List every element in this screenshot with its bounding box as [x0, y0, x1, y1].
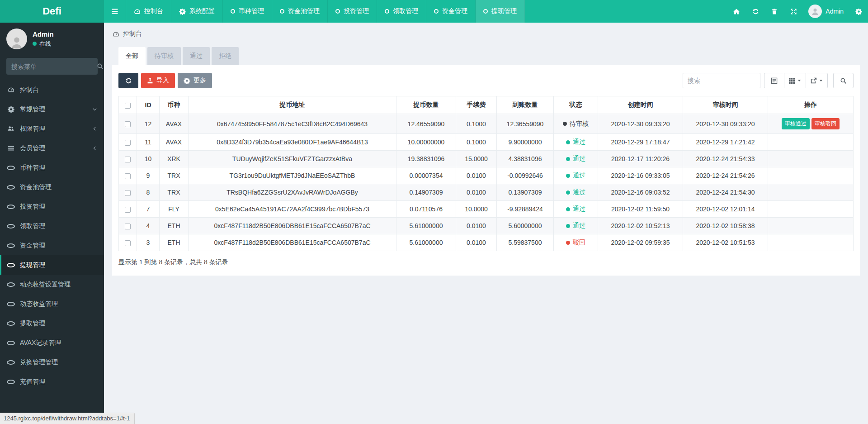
- sidebar-item-invest[interactable]: 投资管理: [0, 197, 104, 216]
- approve-button[interactable]: 审核通过: [782, 118, 810, 129]
- nav-item-invest[interactable]: 投资管理: [328, 0, 377, 23]
- row-coin: AVAX: [160, 134, 189, 151]
- user-avatar: [6, 29, 27, 49]
- search-icon[interactable]: [97, 63, 104, 70]
- refresh-table-button[interactable]: [118, 73, 138, 88]
- nav-item-pool[interactable]: 资金池管理: [272, 0, 328, 23]
- import-button[interactable]: 导入: [141, 73, 175, 88]
- sidebar-item-avax-record[interactable]: AVAX记录管理: [0, 333, 104, 353]
- sidebar-item-recharge[interactable]: 充值管理: [0, 372, 104, 391]
- column-header[interactable]: 状态: [554, 96, 598, 114]
- column-header[interactable]: 审核时间: [683, 96, 768, 114]
- status-badge[interactable]: 通过: [566, 172, 585, 180]
- trash-icon: [771, 8, 778, 15]
- sidebar: Admin 在线 控制台常规管理权限管理会员管理币种管理资金池管理投资管理领取管…: [0, 23, 104, 424]
- row-checkbox[interactable]: [125, 190, 131, 196]
- tab-rejected[interactable]: 拒绝: [212, 47, 239, 65]
- sidebar-item-auth[interactable]: 权限管理: [0, 119, 104, 138]
- nav-item-coin[interactable]: 币种管理: [223, 0, 272, 23]
- status-badge[interactable]: 通过: [566, 205, 585, 213]
- sidebar-item-withdraw[interactable]: 提现管理: [0, 255, 104, 275]
- sidebar-item-member[interactable]: 会员管理: [0, 138, 104, 158]
- sidebar-item-exchange[interactable]: 兑换管理管理: [0, 353, 104, 372]
- column-header[interactable]: 手续费: [456, 96, 497, 114]
- row-address: TG3r1ou9DuUktgfMETJ9dJNaEEoSAZThbB: [189, 167, 396, 184]
- sidebar-toggle-button[interactable]: [104, 0, 126, 23]
- columns-button[interactable]: [784, 73, 806, 88]
- nav-item-receive[interactable]: 领取管理: [377, 0, 426, 23]
- row-checkbox[interactable]: [125, 207, 131, 213]
- row-checkbox[interactable]: [125, 157, 131, 162]
- tab-passed[interactable]: 通过: [183, 47, 210, 65]
- app-logo[interactable]: Defi: [0, 0, 104, 23]
- row-checkbox[interactable]: [125, 121, 131, 127]
- nav-item-label: 控制台: [144, 7, 163, 15]
- admin-menu[interactable]: Admin: [803, 0, 849, 23]
- column-header[interactable]: 到账数量: [497, 96, 554, 114]
- row-fee: 0.0100: [456, 218, 497, 234]
- row-received: 5.60000000: [497, 218, 554, 234]
- status-badge[interactable]: 通过: [566, 222, 585, 230]
- sidebar-item-pool[interactable]: 资金池管理: [0, 177, 104, 197]
- sidebar-item-funds[interactable]: 资金管理: [0, 236, 104, 255]
- row-created: 2020-12-02 11:59:50: [598, 201, 683, 218]
- reject-button[interactable]: 审核驳回: [811, 118, 840, 129]
- sidebar-item-label: 充值管理: [20, 378, 45, 386]
- sidebar-item-dashboard[interactable]: 控制台: [0, 80, 104, 100]
- row-reviewed: 2020-12-02 10:58:38: [683, 218, 768, 234]
- column-header[interactable]: ID: [137, 96, 160, 114]
- nav-item-funds[interactable]: 资金管理: [426, 0, 476, 23]
- row-checkbox[interactable]: [125, 224, 131, 229]
- row-checkbox[interactable]: [125, 140, 131, 146]
- sidebar-item-general[interactable]: 常规管理: [0, 100, 104, 119]
- search-toggle-button[interactable]: [833, 73, 854, 88]
- trash-button[interactable]: [765, 0, 784, 23]
- status-badge[interactable]: 通过: [566, 155, 585, 163]
- sidebar-item-coin[interactable]: 币种管理: [0, 158, 104, 177]
- settings-button[interactable]: [849, 0, 868, 23]
- column-header[interactable]: 提币地址: [189, 96, 396, 114]
- select-all-checkbox[interactable]: [125, 103, 131, 109]
- row-actions: [768, 234, 854, 251]
- row-actions: [768, 134, 854, 151]
- nav-item-withdraw[interactable]: 提现管理: [476, 0, 525, 23]
- menu-search-input[interactable]: [11, 63, 93, 70]
- row-checkbox[interactable]: [125, 173, 131, 179]
- status-badge[interactable]: 通过: [566, 138, 585, 146]
- sidebar-item-dynamic-setting[interactable]: 动态收益设置管理: [0, 275, 104, 294]
- fullscreen-button[interactable]: [784, 0, 803, 23]
- more-button[interactable]: 更多: [178, 73, 212, 88]
- online-dot: [33, 42, 37, 46]
- export-button[interactable]: [806, 73, 828, 88]
- export-icon: [810, 77, 817, 84]
- avatar: [808, 5, 822, 18]
- sidebar-item-extract[interactable]: 提取管理: [0, 314, 104, 333]
- row-actions: [768, 151, 854, 167]
- column-header[interactable]: 币种: [160, 96, 189, 114]
- table-search-input[interactable]: [683, 73, 760, 88]
- row-amount: 19.38831096: [396, 151, 456, 167]
- tab-pending[interactable]: 待审核: [147, 47, 181, 65]
- row-actions: 审核通过审核驳回: [768, 114, 854, 134]
- row-checkbox[interactable]: [125, 240, 131, 246]
- status-dot-icon: [566, 207, 570, 211]
- nav-item-dashboard[interactable]: 控制台: [126, 0, 171, 23]
- status-badge[interactable]: 通过: [566, 188, 585, 196]
- circle-o-icon: [7, 263, 15, 267]
- refresh-page-button[interactable]: [746, 0, 765, 23]
- menu-search: [6, 58, 98, 75]
- status-label: 通过: [573, 222, 585, 230]
- home-button[interactable]: [727, 0, 746, 23]
- circle-o-icon: [7, 360, 15, 365]
- column-header[interactable]: 操作: [768, 96, 854, 114]
- table-row: 7FLY0x5E62eCa45A45191AC72AA2f4C9997bc7BD…: [119, 201, 854, 218]
- detail-view-button[interactable]: [764, 73, 784, 88]
- sidebar-item-receive[interactable]: 领取管理: [0, 216, 104, 236]
- column-header[interactable]: 创建时间: [598, 96, 683, 114]
- caret-down-icon: [819, 78, 823, 83]
- user-panel: Admin 在线: [0, 23, 104, 54]
- tab-all[interactable]: 全部: [118, 47, 146, 65]
- sidebar-item-dynamic-income[interactable]: 动态收益管理: [0, 294, 104, 314]
- column-header[interactable]: 提币数量: [396, 96, 456, 114]
- nav-item-system[interactable]: 系统配置: [171, 0, 223, 23]
